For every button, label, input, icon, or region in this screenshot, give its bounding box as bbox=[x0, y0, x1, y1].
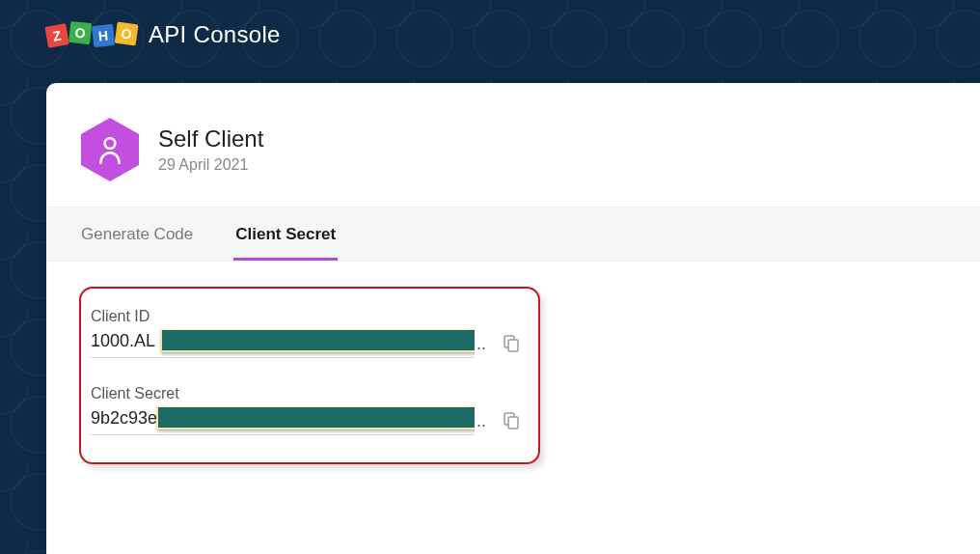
client-hexagon-icon bbox=[79, 116, 141, 183]
copy-client-secret-button[interactable] bbox=[502, 411, 521, 430]
tab-bar: Generate Code Client Secret bbox=[46, 207, 980, 262]
client-secret-value[interactable]: 9b2c93e bbox=[91, 406, 475, 435]
client-id-visible-text: 1000.AL bbox=[91, 331, 155, 350]
client-name: Self Client bbox=[158, 125, 263, 152]
client-header: Self Client 29 April 2021 bbox=[46, 83, 980, 207]
logo-letter: Z bbox=[44, 23, 68, 47]
field-client-secret: Client Secret 9b2c93e .. bbox=[91, 385, 521, 435]
copy-icon bbox=[504, 412, 519, 429]
tab-generate-code[interactable]: Generate Code bbox=[79, 208, 195, 261]
person-icon bbox=[97, 135, 122, 164]
client-secret-label: Client Secret bbox=[91, 385, 521, 402]
tab-client-secret[interactable]: Client Secret bbox=[233, 208, 338, 261]
svg-rect-3 bbox=[508, 340, 518, 351]
truncation-ellipsis: .. bbox=[475, 334, 492, 354]
logo-letter: O bbox=[68, 21, 92, 44]
app-header: Z O H O API Console bbox=[0, 0, 980, 69]
client-secret-panel: Client ID 1000.AL .. Cli bbox=[46, 262, 980, 489]
svg-rect-5 bbox=[508, 417, 518, 429]
copy-icon bbox=[504, 335, 519, 352]
client-created-date: 29 April 2021 bbox=[158, 156, 263, 174]
main-card: Self Client 29 April 2021 Generate Code … bbox=[46, 83, 980, 554]
redaction-bar bbox=[160, 329, 475, 352]
logo-letter: O bbox=[115, 22, 139, 46]
client-secret-visible-text: 9b2c93e bbox=[91, 408, 157, 428]
copy-client-id-button[interactable] bbox=[502, 334, 521, 353]
client-id-label: Client ID bbox=[91, 308, 521, 325]
redaction-bar bbox=[156, 406, 475, 429]
field-client-id: Client ID 1000.AL .. bbox=[91, 308, 521, 358]
svg-point-1 bbox=[105, 138, 116, 149]
app-title: API Console bbox=[149, 21, 281, 48]
logo-letter: H bbox=[92, 24, 115, 47]
truncation-ellipsis: .. bbox=[475, 411, 492, 431]
callout-highlight-box: Client ID 1000.AL .. Cli bbox=[79, 287, 540, 464]
zoho-logo: Z O H O bbox=[46, 24, 137, 45]
client-id-value[interactable]: 1000.AL bbox=[91, 329, 475, 358]
